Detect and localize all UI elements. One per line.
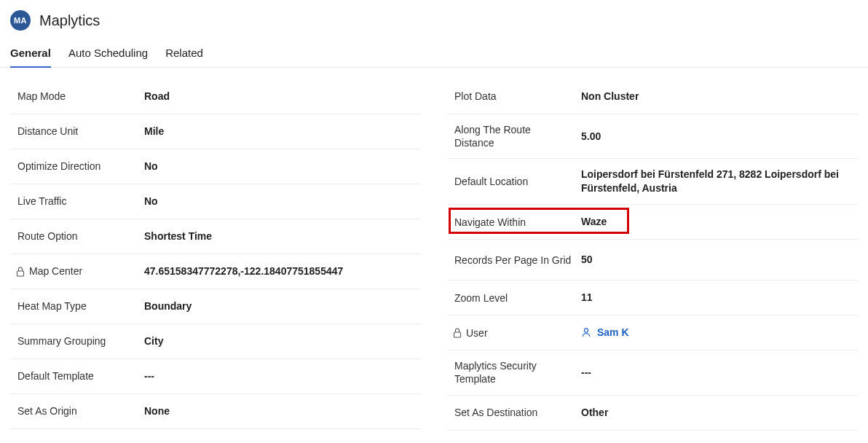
tab-auto-scheduling[interactable]: Auto Scheduling bbox=[68, 42, 148, 68]
page-header: MA Maplytics bbox=[0, 0, 868, 38]
field-heat-map-type[interactable]: Heat Map Type Boundary bbox=[10, 289, 421, 324]
label-distance-unit: Distance Unit bbox=[17, 125, 140, 138]
page-title: Maplytics bbox=[39, 12, 100, 29]
value-set-as-destination: Other bbox=[577, 406, 853, 420]
field-default-location[interactable]: Default Location Loipersdorf bei Fürsten… bbox=[447, 159, 858, 205]
tab-bar: General Auto Scheduling Related bbox=[0, 38, 868, 68]
form-columns: Map Mode Road Distance Unit Mile Optimiz… bbox=[0, 79, 868, 443]
tab-general[interactable]: General bbox=[10, 42, 51, 68]
label-map-mode: Map Mode bbox=[17, 90, 140, 103]
field-other-set-as-destination[interactable]: Other - Set As Destination Mont-devant-S… bbox=[447, 431, 858, 443]
label-optimize-direction: Optimize Direction bbox=[17, 160, 140, 173]
label-user: User bbox=[466, 326, 577, 340]
person-icon bbox=[581, 327, 591, 337]
lock-icon bbox=[16, 267, 28, 277]
field-navigate-within[interactable]: Navigate Within Waze bbox=[447, 205, 858, 240]
value-security-template: --- bbox=[577, 366, 853, 380]
field-distance-unit[interactable]: Distance Unit Mile bbox=[10, 114, 421, 149]
value-optimize-direction: No bbox=[140, 160, 417, 173]
label-summary-grouping: Summary Grouping bbox=[17, 334, 140, 348]
value-navigate-within: Waze bbox=[577, 215, 853, 229]
label-heat-map-type: Heat Map Type bbox=[17, 299, 140, 313]
value-map-mode: Road bbox=[140, 90, 417, 103]
value-default-template: --- bbox=[140, 369, 417, 383]
field-live-traffic[interactable]: Live Traffic No bbox=[10, 184, 421, 219]
value-live-traffic: No bbox=[140, 195, 417, 208]
value-heat-map-type: Boundary bbox=[140, 299, 417, 313]
avatar: MA bbox=[10, 10, 31, 31]
value-map-center: 47.65158347772278,-122.18407751855447 bbox=[140, 264, 417, 278]
user-name: Sam K bbox=[597, 326, 629, 338]
field-set-as-origin[interactable]: Set As Origin None bbox=[10, 394, 421, 429]
field-optimize-direction[interactable]: Optimize Direction No bbox=[10, 149, 421, 184]
lock-icon bbox=[453, 328, 465, 338]
label-route-option: Route Option bbox=[17, 230, 140, 243]
label-set-as-destination: Set As Destination bbox=[454, 406, 577, 419]
column-left: Map Mode Road Distance Unit Mile Optimiz… bbox=[10, 79, 421, 443]
column-right: Plot Data Non Cluster Along The Route Di… bbox=[447, 79, 858, 443]
label-along-route-distance: Along The Route Distance bbox=[454, 123, 577, 149]
field-map-center[interactable]: Map Center 47.65158347772278,-122.184077… bbox=[10, 254, 421, 289]
field-set-as-destination[interactable]: Set As Destination Other bbox=[447, 396, 858, 431]
field-records-per-page[interactable]: Records Per Page In Grid 50 bbox=[447, 240, 858, 281]
value-default-location: Loipersdorf bei Fürstenfeld 271, 8282 Lo… bbox=[577, 168, 853, 195]
label-security-template: Maplytics Security Template bbox=[454, 359, 577, 385]
label-plot-data: Plot Data bbox=[454, 90, 577, 103]
field-zoom-level[interactable]: Zoom Level 11 bbox=[447, 281, 858, 315]
label-default-template: Default Template bbox=[17, 369, 140, 383]
svg-rect-1 bbox=[454, 332, 461, 337]
label-default-location: Default Location bbox=[454, 175, 577, 188]
value-along-route-distance: 5.00 bbox=[577, 130, 853, 144]
label-map-center: Map Center bbox=[29, 264, 140, 278]
label-live-traffic: Live Traffic bbox=[17, 195, 140, 208]
field-user[interactable]: User Sam K bbox=[447, 315, 858, 350]
svg-rect-0 bbox=[17, 271, 24, 276]
field-plot-data[interactable]: Plot Data Non Cluster bbox=[447, 79, 858, 114]
value-distance-unit: Mile bbox=[140, 125, 417, 138]
label-records-per-page: Records Per Page In Grid bbox=[454, 254, 577, 267]
value-summary-grouping: City bbox=[140, 334, 417, 348]
field-map-mode[interactable]: Map Mode Road bbox=[10, 79, 421, 114]
value-route-option: Shortest Time bbox=[140, 230, 417, 243]
value-records-per-page: 50 bbox=[577, 253, 853, 267]
field-summary-grouping[interactable]: Summary Grouping City bbox=[10, 324, 421, 359]
field-default-template[interactable]: Default Template --- bbox=[10, 359, 421, 394]
field-route-option[interactable]: Route Option Shortest Time bbox=[10, 219, 421, 254]
tab-related[interactable]: Related bbox=[165, 42, 203, 68]
field-security-template[interactable]: Maplytics Security Template --- bbox=[447, 350, 858, 395]
label-set-as-origin: Set As Origin bbox=[17, 404, 140, 417]
label-navigate-within: Navigate Within bbox=[454, 216, 577, 229]
value-set-as-origin: None bbox=[140, 404, 417, 418]
value-zoom-level: 11 bbox=[577, 291, 853, 305]
svg-point-2 bbox=[584, 329, 588, 332]
field-along-route-distance[interactable]: Along The Route Distance 5.00 bbox=[447, 114, 858, 159]
value-user[interactable]: Sam K bbox=[577, 326, 853, 340]
value-plot-data: Non Cluster bbox=[577, 90, 853, 103]
label-zoom-level: Zoom Level bbox=[454, 291, 577, 305]
